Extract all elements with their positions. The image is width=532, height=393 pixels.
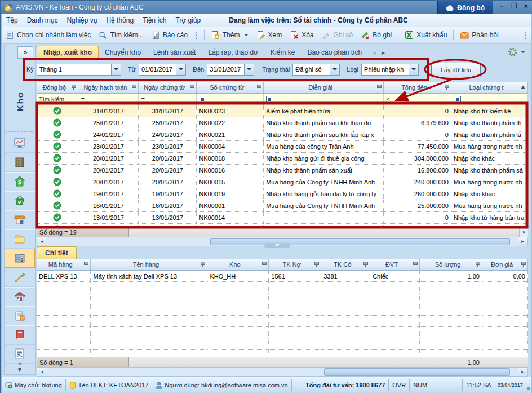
- resize-grip[interactable]: [526, 379, 531, 391]
- filter-icon[interactable]: [266, 96, 273, 103]
- tab-next-arrow[interactable]: ►: [380, 50, 386, 56]
- from-date-dropdown-button[interactable]: [176, 64, 185, 75]
- table-row[interactable]: 19/01/201719/01/2017NK00019Nhập kho hàng…: [37, 188, 528, 200]
- table-row[interactable]: 20/01/201720/01/2017NK00016Nhập kho thàn…: [37, 165, 528, 176]
- toolbar-overflow-grip[interactable]: [194, 29, 200, 41]
- search-cell[interactable]: =: [78, 94, 139, 105]
- sidebar-expand-button[interactable]: »: [18, 360, 21, 366]
- table-row[interactable]: 13/01/201713/01/2017NK000140Nhập kho từ …: [37, 212, 528, 224]
- grid-settings-button[interactable]: [506, 46, 527, 58]
- menu-danh-muc[interactable]: Danh mục: [23, 15, 63, 26]
- post-button[interactable]: Ghi sổ: [318, 29, 357, 41]
- column-header[interactable]: Đơn giá: [482, 259, 528, 271]
- sort-asc-icon[interactable]: [521, 86, 525, 89]
- empty-row[interactable]: [37, 327, 528, 338]
- table-row[interactable]: 31/01/201731/01/2017NK00023Kiểm kê phát …: [37, 105, 528, 117]
- export-button[interactable]: Xuất khẩu: [401, 29, 451, 41]
- feedback-button[interactable]: Phản hồi: [456, 29, 502, 41]
- toolbar-overflow-grip[interactable]: [522, 29, 528, 41]
- pane-splitter-handle[interactable]: [264, 243, 290, 248]
- menu-he-thong[interactable]: Hệ thống: [101, 15, 138, 26]
- empty-row[interactable]: [37, 282, 528, 293]
- column-header[interactable]: Số chứng từ: [197, 82, 264, 94]
- pin-icon[interactable]: [83, 262, 88, 267]
- search-cell[interactable]: [451, 94, 527, 105]
- sidebar-item-cost-price[interactable]: [5, 306, 35, 325]
- sidebar-collapse-button[interactable]: »: [17, 46, 33, 59]
- tab-prev-arrow[interactable]: ◄: [371, 50, 377, 56]
- pin-icon[interactable]: [376, 85, 382, 90]
- pin-icon[interactable]: [413, 262, 418, 267]
- scrollbar-thumb[interactable]: [210, 238, 510, 245]
- column-header[interactable]: Đồng bộ: [37, 82, 78, 94]
- column-header[interactable]: ĐVT: [370, 259, 420, 271]
- table-row[interactable]: 23/01/201723/01/2017NK00004Mua hàng của …: [37, 141, 528, 153]
- tab-chuyen-kho[interactable]: Chuyển kho: [99, 46, 147, 59]
- maximize-button[interactable]: ❐: [511, 2, 517, 10]
- table-row[interactable]: 20/01/201720/01/2017NK00015Mua hàng của …: [37, 176, 528, 188]
- period-dropdown-button[interactable]: [111, 64, 121, 75]
- tab-lenh-san-xuat[interactable]: Lệnh sản xuất: [147, 46, 202, 59]
- column-header[interactable]: Số lượng: [420, 259, 482, 271]
- column-header[interactable]: Kho: [207, 259, 269, 271]
- pin-icon[interactable]: [131, 85, 136, 90]
- close-button[interactable]: ×: [524, 2, 528, 10]
- grid-search-row[interactable]: Tìm kiếm==≤: [37, 94, 528, 105]
- column-header[interactable]: Loại chứng t: [451, 82, 527, 94]
- type-combobox[interactable]: Phiếu nhập kh: [361, 64, 419, 76]
- to-date-picker[interactable]: 31/01/2017: [207, 64, 254, 76]
- column-header[interactable]: Mã hàng: [37, 259, 91, 271]
- menu-tep[interactable]: Tệp: [2, 15, 23, 26]
- search-cell[interactable]: [264, 94, 384, 105]
- pin-icon[interactable]: [200, 262, 205, 267]
- column-header[interactable]: Ngày chứng từ: [139, 82, 197, 94]
- delete-button[interactable]: Xóa: [286, 29, 317, 41]
- pin-icon[interactable]: [189, 85, 194, 90]
- column-header[interactable]: TK Có: [321, 259, 370, 271]
- to-date-dropdown-button[interactable]: [244, 64, 254, 75]
- sync-button[interactable]: Đồng bộ: [437, 1, 493, 15]
- tab-bao-cao-phan-tich[interactable]: Báo cáo phân tích: [301, 46, 368, 59]
- scrollbar-track[interactable]: [47, 368, 518, 376]
- add-dropdown-caret[interactable]: [244, 34, 249, 36]
- sidebar-item-fixed-assets[interactable]: [5, 287, 35, 306]
- sidebar-item-dashboard[interactable]: [5, 134, 35, 153]
- column-header[interactable]: Tổng tiền: [384, 82, 451, 94]
- search-button[interactable]: Tìm kiếm...: [95, 29, 147, 41]
- search-cell[interactable]: [197, 94, 264, 105]
- scrollbar-thumb[interactable]: [324, 368, 510, 376]
- period-combobox[interactable]: Tháng 1: [37, 64, 121, 76]
- sidebar-item-tools[interactable]: [5, 268, 35, 287]
- search-cell[interactable]: Tìm kiếm: [37, 94, 78, 105]
- sidebar-item-shop[interactable]: [5, 210, 35, 229]
- status-dropdown-button[interactable]: [330, 64, 339, 75]
- table-row[interactable]: 12/01/201712/01/2017NK00013Trả lại vật t…: [37, 224, 528, 227]
- filter-icon[interactable]: [199, 96, 206, 103]
- menu-nghiep-vu[interactable]: Nghiệp vụ: [62, 15, 101, 26]
- pin-icon[interactable]: [444, 85, 449, 90]
- scroll-down-button[interactable]: ▼: [519, 227, 528, 237]
- add-button[interactable]: Thêm: [207, 29, 252, 41]
- column-header[interactable]: Tên hàng: [91, 259, 207, 271]
- pin-icon[interactable]: [261, 262, 267, 267]
- unpost-button[interactable]: Bỏ ghi: [357, 29, 396, 41]
- type-dropdown-button[interactable]: [409, 64, 418, 75]
- search-cell[interactable]: ≤: [384, 94, 451, 105]
- scroll-left-arrow[interactable]: ◄: [37, 237, 47, 246]
- table-row[interactable]: DELL XPS 13Máy tính xách tay Dell XPS 13…: [37, 271, 528, 282]
- column-header[interactable]: TK Nợ: [269, 259, 321, 271]
- column-header[interactable]: Diễn giải: [264, 82, 384, 94]
- sidebar-item-purchase[interactable]: [5, 191, 35, 210]
- sidebar-more-button[interactable]: ▼: [17, 366, 23, 373]
- pin-icon[interactable]: [314, 262, 319, 267]
- minimize-button[interactable]: −: [499, 2, 504, 10]
- empty-row[interactable]: [37, 338, 528, 350]
- empty-row[interactable]: [37, 293, 528, 304]
- table-row[interactable]: 20/01/201720/01/2017NK00018Nhập kho hàng…: [37, 153, 528, 165]
- search-cell[interactable]: =: [139, 94, 197, 105]
- scroll-left-arrow[interactable]: ◄: [37, 368, 47, 376]
- tab-chi-tiet[interactable]: Chi tiết: [37, 246, 77, 259]
- table-row[interactable]: 25/01/201725/01/2017NK00022Nhập kho thàn…: [37, 117, 528, 129]
- table-row[interactable]: 24/01/201724/01/2017NK00021Nhập kho thàn…: [37, 129, 528, 141]
- filter-icon[interactable]: [454, 96, 461, 103]
